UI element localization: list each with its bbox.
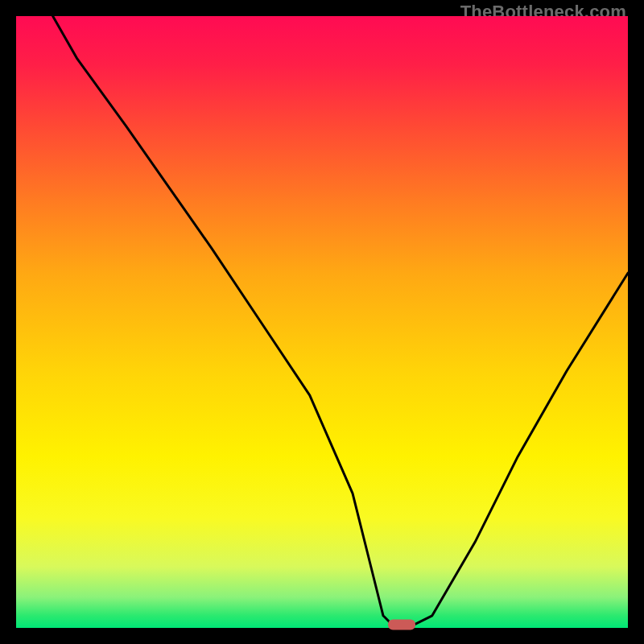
plot-area	[16, 16, 628, 628]
chart-container: TheBottleneck.com	[0, 0, 644, 644]
bottleneck-curve	[16, 16, 628, 628]
optimal-point-marker	[388, 620, 415, 630]
